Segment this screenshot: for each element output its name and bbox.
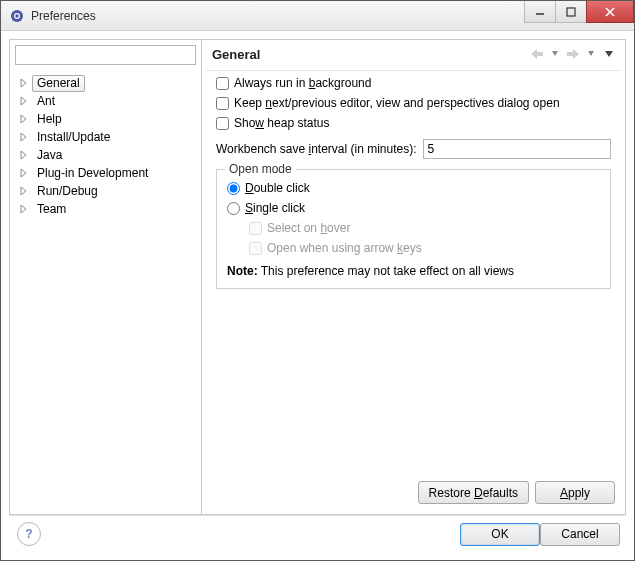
show-heap-status-label: Show heap status [234,116,329,130]
tree-item-run-debug[interactable]: Run/Debug [16,182,201,200]
show-heap-status-row: Show heap status [216,113,611,133]
note-bold: Note: [227,264,258,278]
tree-label: Plug-in Development [32,165,153,182]
content-pane: General Always run in background [202,40,625,514]
select-on-hover-checkbox [249,222,262,235]
tree-label: Java [32,147,67,164]
keep-dialog-open-label: Keep next/previous editor, view and pers… [234,96,560,110]
help-button[interactable]: ? [17,522,41,546]
split-pane: General Ant Help Install/Update [9,39,626,515]
expander-icon[interactable] [18,95,30,107]
always-run-background-row: Always run in background [216,73,611,93]
open-mode-legend: Open mode [225,162,296,176]
content-body: Always run in background Keep next/previ… [206,70,621,475]
tree-item-help[interactable]: Help [16,110,201,128]
open-mode-group: Open mode Double click Single click Sele… [216,169,611,289]
tree-label: Install/Update [32,129,115,146]
tree-item-java[interactable]: Java [16,146,201,164]
expander-icon[interactable] [18,185,30,197]
double-click-row: Double click [227,178,600,198]
save-interval-input[interactable] [423,139,611,159]
help-icon: ? [25,527,32,541]
restore-defaults-button[interactable]: Restore Defaults [418,481,529,504]
tree: General Ant Help Install/Update [10,70,201,514]
tree-item-team[interactable]: Team [16,200,201,218]
keep-dialog-open-checkbox[interactable] [216,97,229,110]
sidebar: General Ant Help Install/Update [10,40,202,514]
window-controls [525,1,634,30]
open-mode-note: Note: This preference may not take effec… [227,264,600,278]
open-arrow-keys-label: Open when using arrow keys [267,241,422,255]
dialog-footer: ? OK Cancel [9,515,626,552]
expander-icon[interactable] [18,167,30,179]
always-run-background-checkbox[interactable] [216,77,229,90]
expander-icon[interactable] [18,77,30,89]
preferences-window: Preferences General Ant [0,0,635,561]
tree-label: General [32,75,85,92]
window-title: Preferences [31,9,525,23]
content-footer: Restore Defaults Apply [202,475,625,514]
tree-item-install-update[interactable]: Install/Update [16,128,201,146]
select-on-hover-row: Select on hover [249,218,600,238]
nav-back-icon[interactable] [529,46,545,62]
save-interval-row: Workbench save interval (in minutes): [216,139,611,159]
tree-label: Help [32,111,67,128]
select-on-hover-label: Select on hover [267,221,350,235]
apply-button[interactable]: Apply [535,481,615,504]
tree-item-general[interactable]: General [16,74,201,92]
content-header: General [202,40,625,70]
search-input[interactable] [15,45,196,65]
maximize-button[interactable] [555,1,587,23]
menu-down-icon[interactable] [601,46,617,62]
svg-rect-4 [567,8,575,16]
expander-icon[interactable] [18,203,30,215]
keep-dialog-open-row: Keep next/previous editor, view and pers… [216,93,611,113]
tree-item-plugin-dev[interactable]: Plug-in Development [16,164,201,182]
note-text: This preference may not take effect on a… [258,264,514,278]
open-arrow-keys-row: Open when using arrow keys [249,238,600,258]
search-container [10,40,201,70]
show-heap-status-checkbox[interactable] [216,117,229,130]
single-click-row: Single click [227,198,600,218]
expander-icon[interactable] [18,149,30,161]
expander-icon[interactable] [18,113,30,125]
tree-label: Team [32,201,71,218]
minimize-button[interactable] [524,1,556,23]
close-button[interactable] [586,1,634,23]
nav-arrows [529,46,617,62]
titlebar[interactable]: Preferences [1,1,634,31]
dialog-body: General Ant Help Install/Update [1,31,634,560]
nav-forward-icon[interactable] [565,46,581,62]
single-click-radio[interactable] [227,202,240,215]
ok-button[interactable]: OK [460,523,540,546]
page-title: General [212,47,529,62]
app-icon [9,8,25,24]
chevron-down-icon[interactable] [547,46,563,62]
open-arrow-keys-checkbox [249,242,262,255]
save-interval-label: Workbench save interval (in minutes): [216,142,417,156]
chevron-down-icon[interactable] [583,46,599,62]
always-run-background-label: Always run in background [234,76,371,90]
double-click-radio[interactable] [227,182,240,195]
cancel-button[interactable]: Cancel [540,523,620,546]
tree-label: Ant [32,93,60,110]
double-click-label: Double click [245,181,310,195]
single-click-label: Single click [245,201,305,215]
tree-item-ant[interactable]: Ant [16,92,201,110]
svg-point-2 [15,14,19,18]
tree-label: Run/Debug [32,183,103,200]
expander-icon[interactable] [18,131,30,143]
